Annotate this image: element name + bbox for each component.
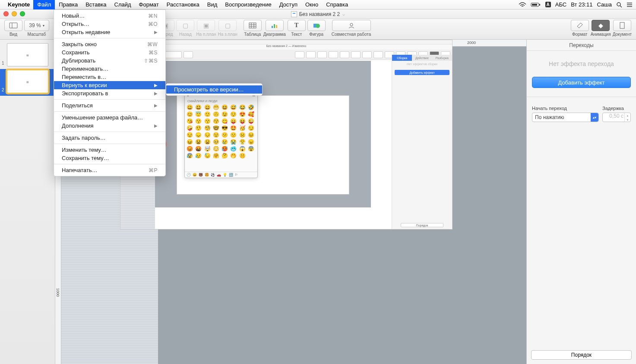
file-menu-item[interactable]: Закрыть окно⌘W bbox=[54, 40, 165, 48]
slide-navigator[interactable]: 1▦ 2▦ bbox=[0, 40, 55, 364]
file-menu-item[interactable]: Сохранить⌘S bbox=[54, 48, 165, 56]
collab-button[interactable] bbox=[332, 20, 371, 31]
file-menu-item[interactable]: Дублировать⇧⌘S bbox=[54, 56, 165, 65]
menu-insert[interactable]: Вставка bbox=[82, 0, 110, 9]
chart-button[interactable] bbox=[266, 20, 284, 31]
inspector-transitions: Переходы Нет эффекта перехода Добавить э… bbox=[526, 40, 636, 364]
emoji-glyph: 😟 bbox=[213, 132, 221, 138]
file-menu-item[interactable]: Уменьшение размера файла… bbox=[54, 113, 165, 122]
back-button[interactable]: ▢ bbox=[176, 20, 194, 31]
menu-arrange[interactable]: Расстановка bbox=[163, 0, 203, 9]
file-menu-item[interactable]: Поделиться▶ bbox=[54, 101, 165, 110]
animation-button[interactable]: ◆ bbox=[592, 20, 610, 31]
revert-submenu: Просмотреть все версии… bbox=[166, 83, 263, 96]
document-icon bbox=[291, 11, 297, 17]
backplane-button[interactable]: ▢ bbox=[218, 20, 237, 31]
emoji-glyph: 😂 bbox=[239, 104, 247, 110]
close-window-button[interactable] bbox=[3, 11, 9, 16]
menu-edit[interactable]: Правка bbox=[55, 0, 82, 9]
file-menu-item[interactable]: Экспортировать в▶ bbox=[54, 89, 165, 97]
emoji-glyph: 😉 bbox=[221, 111, 229, 117]
emoji-glyph: 😋 bbox=[221, 118, 229, 124]
emoji-glyph: 😀 bbox=[187, 104, 194, 110]
emoji-glyph: 😠 bbox=[248, 139, 256, 145]
menu-window[interactable]: Окно bbox=[301, 0, 322, 9]
shape-button[interactable] bbox=[307, 20, 326, 31]
file-menu-item[interactable]: Переместить в… bbox=[54, 73, 165, 81]
delay-label: Задержка bbox=[602, 106, 631, 111]
file-menu-item[interactable]: Изменить тему… bbox=[54, 146, 165, 154]
svg-rect-11 bbox=[249, 23, 256, 28]
file-menu-dropdown: Новый…⌘NОткрыть…⌘OОткрыть недавние▶Закры… bbox=[54, 9, 166, 176]
svg-rect-8 bbox=[9, 23, 17, 28]
delay-stepper[interactable]: ▴▾ bbox=[624, 113, 630, 122]
emoji-glyph: 🤬 bbox=[195, 146, 203, 152]
file-menu-item[interactable]: Сохранить тему… bbox=[54, 154, 165, 162]
minimize-window-button[interactable] bbox=[12, 11, 17, 16]
file-menu-item[interactable]: Задать пароль… bbox=[54, 134, 165, 142]
menu-format[interactable]: Формат bbox=[135, 0, 163, 9]
menu-slide[interactable]: Слайд bbox=[111, 0, 135, 9]
clock[interactable]: Вт 23:11 bbox=[571, 1, 592, 8]
app-name[interactable]: Keynote bbox=[8, 1, 30, 8]
menubar: Keynote Файл Правка Вставка Слайд Формат… bbox=[0, 0, 636, 9]
spotlight-icon[interactable] bbox=[616, 2, 622, 8]
svg-rect-22 bbox=[620, 22, 624, 28]
file-menu-item[interactable]: Открыть недавние▶ bbox=[54, 28, 165, 36]
emoji-glyph: 🙃 bbox=[213, 111, 221, 117]
emoji-glyph: 😃 bbox=[195, 104, 203, 110]
slide-thumb-2[interactable]: 2▦ bbox=[0, 69, 55, 96]
file-menu-item[interactable]: Открыть…⌘O bbox=[54, 20, 165, 28]
emoji-grid: 😀😃😄😁😆😅😂🤣😊😇🙂🙃😉😌😍🥰😘😗😙😚😋😛😝😜🤪🤨🧐🤓😎🤩🥳😏😒😞😔😟😕🙁☹️… bbox=[185, 104, 257, 159]
inspector-empty-text: Нет эффекта перехода bbox=[532, 57, 631, 71]
svg-point-20 bbox=[316, 24, 320, 28]
wifi-icon[interactable] bbox=[519, 2, 526, 7]
front-button[interactable]: ▣ bbox=[197, 20, 215, 31]
text-button[interactable]: T bbox=[288, 20, 306, 31]
embed-menubar bbox=[120, 40, 452, 44]
menu-share[interactable]: Доступ bbox=[275, 0, 301, 9]
input-source[interactable]: A bbox=[545, 2, 551, 7]
menu-view[interactable]: Вид bbox=[203, 0, 221, 9]
emoji-glyph: 🤗 bbox=[213, 153, 221, 159]
submenu-browse-versions[interactable]: Просмотреть все версии… bbox=[166, 85, 262, 94]
build-order-button[interactable]: Порядок bbox=[531, 350, 632, 360]
emoji-glyph: 🥺 bbox=[213, 139, 221, 145]
emoji-glyph: 😒 bbox=[187, 132, 194, 138]
notification-icon[interactable] bbox=[627, 2, 633, 7]
format-button[interactable] bbox=[571, 20, 589, 31]
embed-add: Добавить эффект bbox=[395, 70, 449, 75]
emoji-glyph: 😝 bbox=[239, 118, 247, 124]
emoji-glyph: 😰 bbox=[187, 153, 194, 159]
emoji-glyph: 🤭 bbox=[230, 153, 238, 159]
emoji-glyph: 😱 bbox=[239, 146, 247, 152]
input-source-label[interactable]: АБС bbox=[555, 1, 566, 8]
window-title: Без названия 2 2 bbox=[299, 11, 340, 17]
emoji-glyph: 😓 bbox=[204, 153, 212, 159]
embed-noeff: Нет эффектов сборки bbox=[392, 61, 452, 67]
file-menu-item[interactable]: Новый…⌘N bbox=[54, 12, 165, 20]
delay-input[interactable]: 0,50 с ▴▾ bbox=[602, 113, 631, 122]
emoji-picker: ⊗▭ СМАЙЛИКИ И ЛЮДИ 😀😃😄😁😆😅😂🤣😊😇🙂🙃😉😌😍🥰😘😗😙😚😋… bbox=[184, 92, 258, 178]
title-chevron-icon[interactable]: ⌵ bbox=[342, 12, 345, 16]
username[interactable]: Саша bbox=[597, 1, 612, 8]
table-button[interactable] bbox=[244, 20, 262, 31]
battery-icon[interactable] bbox=[531, 2, 541, 7]
traffic-lights bbox=[3, 11, 25, 16]
start-transition-select[interactable]: По нажатию ▴▾ bbox=[532, 113, 599, 122]
document-button[interactable] bbox=[613, 20, 631, 31]
file-menu-item[interactable]: Переименовать… bbox=[54, 65, 165, 73]
zoom-window-button[interactable] bbox=[20, 11, 25, 16]
file-menu-item[interactable]: Вернуть к версии▶ bbox=[54, 81, 165, 89]
emoji-glyph: 😅 bbox=[230, 104, 238, 110]
slide-thumb-1[interactable]: 1▦ bbox=[0, 42, 55, 69]
view-button[interactable] bbox=[4, 20, 22, 31]
inspector-title: Переходы bbox=[527, 40, 636, 51]
menu-help[interactable]: Справка bbox=[322, 0, 352, 9]
menu-play[interactable]: Воспроизведение bbox=[221, 0, 275, 9]
menu-file[interactable]: Файл bbox=[33, 0, 55, 9]
file-menu-item[interactable]: Напечатать…⌘P bbox=[54, 166, 165, 174]
zoom-select[interactable]: 39 %▾ bbox=[24, 20, 49, 31]
file-menu-item[interactable]: Дополнения▶ bbox=[54, 122, 165, 130]
add-effect-button[interactable]: Добавить эффект bbox=[532, 77, 631, 88]
